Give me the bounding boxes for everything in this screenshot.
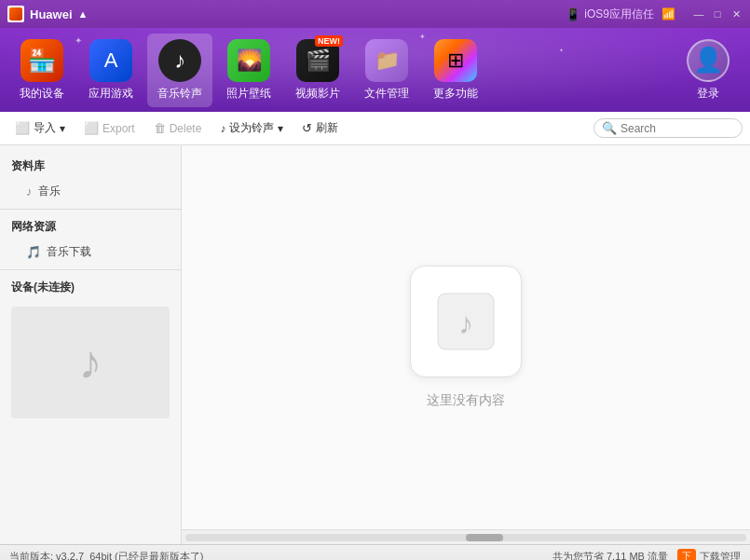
star-deco4: ✦ [559, 47, 564, 53]
refresh-icon: ↺ [302, 121, 312, 135]
refresh-label: 刷新 [316, 120, 338, 136]
maximize-button[interactable]: □ [711, 7, 724, 20]
nav-my-device[interactable]: 🏪 我的设备 [9, 34, 75, 107]
star-deco: ✦ [75, 35, 82, 46]
download-mgr-label: 下载管理 [700, 550, 741, 561]
scroll-thumb[interactable] [466, 534, 503, 541]
nav-login-label: 登录 [697, 86, 719, 102]
nav-photo-wallpaper[interactable]: 🌄 照片壁纸 [216, 34, 281, 107]
refresh-button[interactable]: ↺ 刷新 [294, 116, 346, 140]
app-title: Huawei [30, 7, 73, 21]
sidebar-divider-2 [0, 269, 181, 270]
phone-icon: 📱 [566, 7, 580, 21]
download-badge: 下 [677, 549, 696, 560]
ringtone-dropdown-icon: ▾ [278, 122, 283, 135]
music-empty-svg: ♪ [433, 289, 498, 354]
saved-traffic-text: 共为您节省 7.11 MB 流量 [552, 550, 668, 561]
import-label: 导入 [34, 120, 56, 136]
import-dropdown-icon: ▾ [60, 122, 65, 135]
search-box[interactable]: 🔍 [593, 118, 743, 138]
ringtone-icon: ♪ [220, 122, 225, 135]
device-section-title: 设备(未连接) [0, 274, 181, 299]
window-controls: — □ ✕ [692, 7, 743, 20]
status-bar: 当前版本: v3.2.7_64bit (已经是最新版本了) 共为您节省 7.11… [0, 544, 750, 560]
sidebar-album-art: ♪ [11, 307, 170, 418]
nav-music-label: 音乐铃声 [157, 86, 202, 102]
music-icon: ♪ [158, 39, 201, 82]
set-ringtone-label: 设为铃声 [229, 120, 274, 136]
empty-state-icon: ♪ [410, 266, 522, 377]
star-deco3: ✦ [419, 33, 426, 41]
library-section-title: 资料库 [0, 153, 181, 178]
music-note-icon: ♪ [26, 184, 33, 198]
sidebar: 资料库 ♪ 音乐 网络资源 🎵 音乐下载 设备(未连接) ♪ [0, 145, 182, 544]
import-icon: ⬜ [15, 121, 30, 135]
nav-file-mgr[interactable]: 📁 文件管理 [354, 34, 419, 107]
delete-icon: 🗑 [154, 121, 166, 135]
nav-app-games-label: 应用游戏 [89, 86, 133, 102]
more-icon: ⊞ [434, 39, 477, 82]
nav-login[interactable]: 👤 登录 [675, 34, 741, 107]
new-badge: NEW! [315, 35, 343, 47]
scroll-track[interactable] [185, 534, 746, 541]
set-ringtone-button[interactable]: ♪ 设为铃声 ▾ [212, 116, 291, 140]
nav-more[interactable]: ⊞ 更多功能 [423, 34, 488, 107]
title-bar: Huawei ▲ 📱 iOS9应用信任 📶 — □ ✕ [0, 0, 750, 28]
title-bar-left: Huawei ▲ [7, 6, 88, 22]
empty-text: 这里没有内容 [427, 392, 505, 409]
import-button[interactable]: ⬜ 导入 ▾ [7, 116, 73, 140]
ios-trust-label: iOS9应用信任 [584, 7, 654, 22]
version-text: 当前版本: v3.2.7_64bit (已经是最新版本了) [9, 550, 203, 561]
nav-my-device-label: 我的设备 [20, 86, 64, 102]
nav-music-ringtone[interactable]: ♪ 音乐铃声 [147, 34, 212, 107]
network-section-title: 网络资源 [0, 213, 181, 239]
delete-button[interactable]: 🗑 Delete [146, 117, 210, 139]
nav-file-label: 文件管理 [364, 86, 409, 102]
scroll-bar-area [182, 529, 750, 544]
app-logo [7, 6, 24, 22]
search-input[interactable] [620, 122, 732, 135]
delete-label: Delete [170, 122, 202, 135]
login-icon: 👤 [687, 39, 730, 82]
nav-more-label: 更多功能 [433, 86, 478, 102]
video-icon: 🎬 NEW! [296, 39, 339, 82]
album-icon: ♪ [79, 335, 102, 389]
nav-video-label: 视频影片 [295, 86, 340, 102]
minimize-button[interactable]: — [692, 7, 705, 20]
sidebar-music-label: 音乐 [38, 184, 61, 199]
close-button[interactable]: ✕ [730, 7, 743, 20]
nav-bar: ✦ ✦ ✦ ✦ 🏪 我的设备 A 应用游戏 ♪ 音乐铃声 🌄 照片壁纸 🎬 NE… [0, 28, 750, 112]
sidebar-music-download-label: 音乐下载 [47, 244, 91, 260]
nav-app-games[interactable]: A 应用游戏 [78, 34, 143, 107]
appstore-icon: A [89, 39, 132, 82]
title-bar-right: 📱 iOS9应用信任 📶 — □ ✕ [566, 7, 743, 22]
content-area: ♪ 这里没有内容 [182, 145, 750, 544]
download-manager[interactable]: 下 下载管理 [677, 549, 741, 560]
sidebar-divider-1 [0, 209, 181, 210]
content-main: ♪ 这里没有内容 [182, 145, 750, 529]
photo-icon: 🌄 [227, 39, 270, 82]
device-icon: 🏪 [20, 39, 63, 82]
ios-trust-info: 📱 iOS9应用信任 [566, 7, 654, 22]
upload-icon: ▲ [78, 8, 89, 20]
file-icon: 📁 [365, 39, 408, 82]
toolbar: ⬜ 导入 ▾ ⬜ Export 🗑 Delete ♪ 设为铃声 ▾ ↺ 刷新 🔍 [0, 112, 750, 145]
export-button[interactable]: ⬜ Export [76, 117, 143, 139]
download-icon: 🎵 [26, 245, 41, 259]
main-area: 资料库 ♪ 音乐 网络资源 🎵 音乐下载 设备(未连接) ♪ ♪ 这里没有内容 [0, 145, 750, 544]
sidebar-music-item[interactable]: ♪ 音乐 [0, 178, 181, 205]
sidebar-music-download-item[interactable]: 🎵 音乐下载 [0, 239, 181, 266]
export-label: Export [102, 122, 135, 135]
nav-photo-label: 照片壁纸 [226, 86, 271, 102]
signal-icon: 📶 [661, 7, 675, 20]
export-icon: ⬜ [84, 121, 99, 135]
nav-video[interactable]: 🎬 NEW! 视频影片 [285, 34, 350, 107]
search-icon: 🔍 [602, 121, 617, 135]
svg-text:♪: ♪ [458, 307, 473, 340]
